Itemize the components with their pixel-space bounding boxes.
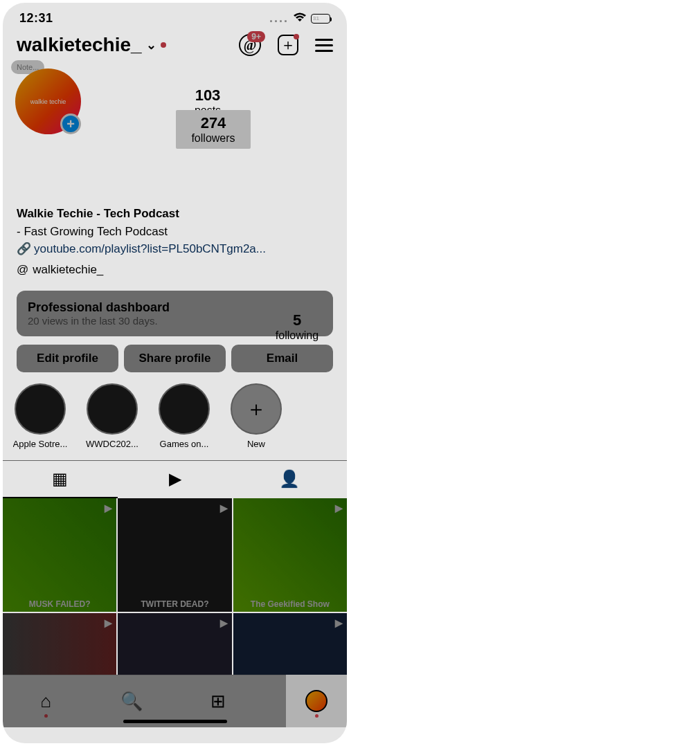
- bio-text: - Fast Growing Tech Podcast: [17, 223, 333, 241]
- profile-username[interactable]: walkietechie_ ⌄: [17, 34, 166, 56]
- video-icon: ▶: [220, 617, 228, 628]
- link-icon: 🔗: [17, 240, 31, 258]
- tagged-tab[interactable]: 👤: [232, 461, 347, 498]
- new-post-button[interactable]: ＋: [278, 35, 298, 55]
- video-icon: ▶: [335, 617, 343, 628]
- threads-at-icon: @: [17, 261, 28, 279]
- home-icon: ⌂: [40, 691, 51, 712]
- search-icon: 🔍: [120, 691, 143, 712]
- status-bar: 12:31 .... 31: [3, 3, 347, 30]
- display-name: Walkie Techie - Tech Podcast: [17, 205, 333, 223]
- profile-tab[interactable]: [286, 675, 347, 727]
- clock: 12:31: [19, 11, 53, 26]
- wifi-icon: [293, 12, 307, 25]
- profile-avatar-icon: [305, 690, 327, 712]
- battery-icon: 31: [311, 14, 330, 24]
- home-tab[interactable]: ⌂: [3, 675, 89, 727]
- video-icon: ▶: [335, 502, 343, 513]
- video-icon: ▶: [105, 617, 112, 628]
- highlight-new[interactable]: ＋New: [226, 383, 287, 449]
- followers-stat[interactable]: 274 followers: [176, 110, 251, 149]
- cellular-dots-icon: ....: [269, 11, 289, 26]
- chevron-down-icon: ⌄: [146, 37, 156, 53]
- highlight-item[interactable]: Apple Sotre...: [10, 383, 71, 449]
- notification-dot-icon: [161, 42, 166, 48]
- highlight-item[interactable]: WWDC202...: [82, 383, 143, 449]
- username-text: walkietechie_: [17, 34, 142, 56]
- feed-tile[interactable]: ▶TWITTER DEAD?: [118, 498, 231, 612]
- share-profile-button[interactable]: Share profile: [124, 345, 226, 372]
- video-icon: ▶: [220, 502, 228, 513]
- threads-handle[interactable]: @ walkietechie_: [17, 261, 333, 279]
- edit-profile-button[interactable]: Edit profile: [17, 345, 118, 372]
- home-indicator: [123, 720, 227, 723]
- feed-tile[interactable]: ▶The Geekified Show: [233, 498, 347, 612]
- story-highlights: Apple Sotre... WWDC202... Games on... ＋N…: [3, 372, 347, 460]
- following-stat[interactable]: 5 following: [262, 311, 332, 342]
- email-button[interactable]: Email: [231, 345, 333, 372]
- add-story-icon[interactable]: +: [60, 113, 81, 134]
- tagged-icon: 👤: [279, 469, 300, 488]
- avatar[interactable]: walkie techie +: [15, 69, 81, 134]
- plus-square-icon: ⊞: [210, 691, 226, 712]
- threads-badge: 9+: [247, 31, 265, 42]
- reels-icon: ▶: [169, 469, 181, 488]
- grid-tab[interactable]: ▦: [3, 461, 118, 498]
- video-icon: ▶: [105, 502, 112, 513]
- grid-icon: ▦: [52, 469, 68, 488]
- bio-link[interactable]: 🔗 youtube.com/playlist?list=PL50bCNTgm2a…: [17, 240, 333, 258]
- threads-icon[interactable]: @ 9+: [239, 34, 261, 56]
- feed-tile[interactable]: ▶MUSK FAILED?: [3, 498, 116, 612]
- highlight-item[interactable]: Games on...: [154, 383, 215, 449]
- menu-icon[interactable]: [315, 39, 333, 52]
- reels-tab[interactable]: ▶: [118, 461, 233, 498]
